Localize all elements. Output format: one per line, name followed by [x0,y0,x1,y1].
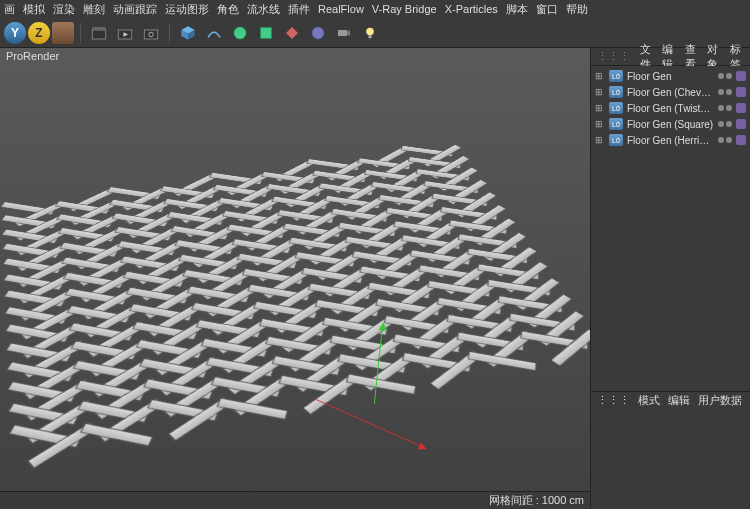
right-panel: ⋮⋮⋮ 文件 编辑 查看 对象 标签 ⊞ L0 Floor Gen ⊞ L0 F… [590,48,750,509]
menu-item[interactable]: 画 [4,2,15,17]
generator-object-icon: L0 [609,102,623,114]
visibility-dots[interactable] [718,137,732,143]
tab-mode[interactable]: 模式 [638,393,660,408]
clapper-settings-icon[interactable] [139,21,163,45]
attribute-manager-tabs: ⋮⋮⋮ 模式 编辑 用户数据 [591,391,750,409]
visibility-dots[interactable] [718,105,732,111]
separator [80,23,81,43]
menu-item[interactable]: 脚本 [506,2,528,17]
menu-item[interactable]: 插件 [288,2,310,17]
object-tag-icon[interactable] [736,135,746,145]
generator-object-icon: L0 [609,70,623,82]
object-tag-icon[interactable] [736,71,746,81]
object-tag-icon[interactable] [736,87,746,97]
menu-item[interactable]: X-Particles [445,3,498,15]
clapper-icon[interactable] [87,21,111,45]
object-name[interactable]: Floor Gen (Herring-B) [627,135,714,146]
visibility-dots[interactable] [718,121,732,127]
menu-item[interactable]: 角色 [217,2,239,17]
svg-rect-4 [144,30,158,39]
axis-y-icon[interactable]: Y [4,22,26,44]
object-row[interactable]: ⊞ L0 Floor Gen (Chevron) [591,84,750,100]
generator-icon[interactable] [254,21,278,45]
object-name[interactable]: Floor Gen (Chevron) [627,87,714,98]
main-menu-bar: 画 模拟 渲染 雕刻 动画跟踪 运动图形 角色 流水线 插件 RealFlow … [0,0,750,18]
expand-icon[interactable]: ⊞ [595,119,605,129]
menu-item[interactable]: 模拟 [23,2,45,17]
object-row[interactable]: ⊞ L0 Floor Gen (Square) [591,116,750,132]
object-row[interactable]: ⊞ L0 Floor Gen (Herring-B) [591,132,750,148]
expand-icon[interactable]: ⊞ [595,103,605,113]
viewport[interactable]: ProRender 网格间距 : 1000 cm [0,48,590,509]
primitive-cube-icon[interactable] [176,21,200,45]
object-row[interactable]: ⊞ L0 Floor Gen (Twisted) [591,100,750,116]
expand-icon[interactable]: ⊞ [595,71,605,81]
visibility-dots[interactable] [718,89,732,95]
camera-icon[interactable] [332,21,356,45]
menu-item[interactable]: 窗口 [536,2,558,17]
generator-object-icon: L0 [609,134,623,146]
svg-marker-11 [286,27,298,39]
menu-item[interactable]: 雕刻 [83,2,105,17]
svg-point-15 [366,27,374,35]
grid-spacing-label: 网格间距 : 1000 cm [489,493,584,508]
svg-rect-0 [92,30,106,39]
menu-item[interactable]: 流水线 [247,2,280,17]
viewport-renderer-label: ProRender [6,50,59,62]
generator-object-icon: L0 [609,118,623,130]
object-row[interactable]: ⊞ L0 Floor Gen [591,68,750,84]
svg-rect-13 [338,30,347,36]
tab-edit2[interactable]: 编辑 [668,393,690,408]
attribute-manager-body [591,409,750,509]
panel-grip-icon[interactable]: ⋮⋮⋮ [597,50,630,63]
visibility-dots[interactable] [718,73,732,79]
expand-icon[interactable]: ⊞ [595,87,605,97]
expand-icon[interactable]: ⊞ [595,135,605,145]
svg-rect-16 [369,35,372,38]
object-name[interactable]: Floor Gen (Square) [627,119,714,130]
menu-item[interactable]: 运动图形 [165,2,209,17]
panel-grip-icon[interactable]: ⋮⋮⋮ [597,394,630,407]
menu-item[interactable]: 帮助 [566,2,588,17]
nurbs-icon[interactable] [228,21,252,45]
object-name[interactable]: Floor Gen (Twisted) [627,103,714,114]
object-manager-tabs: ⋮⋮⋮ 文件 编辑 查看 对象 标签 [591,48,750,66]
svg-rect-10 [261,27,272,38]
svg-point-12 [312,27,324,39]
menu-item[interactable]: 动画跟踪 [113,2,157,17]
object-name[interactable]: Floor Gen [627,71,714,82]
cube-icon[interactable] [52,22,74,44]
object-tag-icon[interactable] [736,103,746,113]
menu-item[interactable]: RealFlow [318,3,364,15]
menu-item[interactable]: V-Ray Bridge [372,3,437,15]
viewport-status-bar: 网格间距 : 1000 cm [0,491,590,509]
axis-z-icon[interactable]: Z [28,22,50,44]
menu-item[interactable]: 渲染 [53,2,75,17]
spline-icon[interactable] [202,21,226,45]
svg-marker-14 [347,30,350,36]
main-area: ProRender 网格间距 : 1000 cm ⋮⋮⋮ 文件 编辑 查看 对象… [0,48,750,509]
separator [169,23,170,43]
svg-rect-1 [92,27,106,30]
toolbar: Y Z [0,18,750,48]
generator-object-icon: L0 [609,86,623,98]
clapper-play-icon[interactable] [113,21,137,45]
herringbone-floor-render [0,146,590,508]
tab-userdata[interactable]: 用户数据 [698,393,742,408]
deformer-icon[interactable] [280,21,304,45]
object-tag-icon[interactable] [736,119,746,129]
environment-icon[interactable] [306,21,330,45]
object-manager-list: ⊞ L0 Floor Gen ⊞ L0 Floor Gen (Chevron) … [591,66,750,391]
svg-point-9 [234,27,246,39]
light-icon[interactable] [358,21,382,45]
